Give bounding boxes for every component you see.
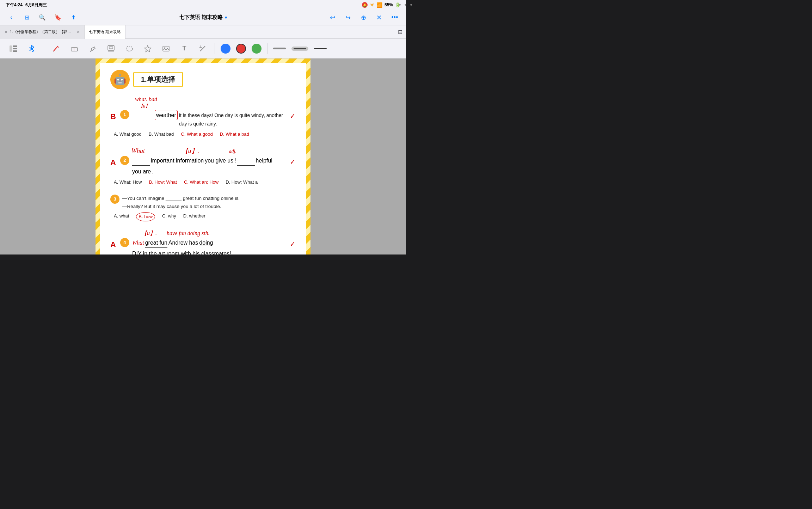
q4-answer-letter: A [110,238,116,251]
undo-button[interactable]: ↩ [327,12,338,23]
q1-opt-c: C. What a good [181,130,213,138]
layout-button[interactable]: ⊟ [398,29,402,35]
add-page-button[interactable]: ⊕ [358,12,369,23]
sidebar-toggle-button[interactable] [7,42,20,55]
star-tool[interactable] [141,42,154,55]
battery: 55% [385,2,393,7]
q1-badge: 1 [120,110,129,119]
date: 6月8日周三 [25,2,47,8]
q4-checkmark: ✓ [290,238,296,250]
toolbar: T [0,39,406,59]
q1-checkmark: ✓ [290,110,296,122]
svg-line-5 [58,46,59,48]
text-tool[interactable]: T [178,42,191,55]
q4-great-fun: great fun [145,238,167,248]
q2-answer-letter: A [110,156,116,169]
section-title: 1.单项选择 [133,72,183,87]
line-thin[interactable] [314,48,327,49]
image-tool[interactable] [160,42,172,55]
close-button[interactable]: ✕ [374,12,385,23]
svg-line-9 [90,51,91,52]
q1-options: A. What good B. What bad C. What a good … [114,130,296,138]
q4-doing: doing [199,238,213,247]
question-3: 3 —You can't imagine ______ great fun ch… [110,195,296,221]
q4-what: What [132,238,144,247]
tab-bar: ✕ 1.《传播学教程》（第二版）【郭庆光】 ✕ 七下英语 期末攻略 ⊟ [0,25,406,39]
redo-button[interactable]: ↪ [343,12,354,23]
mascot-image: 🤖 [110,70,130,89]
brightness-icon: ☀ [370,2,374,8]
svg-line-6 [53,51,54,52]
q2-text-1: important information [151,156,204,165]
color-red[interactable] [236,44,246,54]
line-medium[interactable] [291,47,308,51]
question-4: A 4 What great fun Andrew has doing DIY … [110,238,296,255]
q3-opt-b-circled: B. how [136,212,155,221]
q1-weather-circled: weather [155,110,178,120]
svg-point-13 [126,46,133,51]
q2-end: you are [132,167,151,176]
q1-opt-a: A. What good [114,130,142,138]
tab-1[interactable]: ✕ 1.《传播学教程》（第二版）【郭庆光】 ✕ [0,25,85,39]
section-header: 🤖 1.单项选择 [110,70,296,89]
q3-badge: 3 [110,195,119,204]
q3-opt-d: D. whether [183,212,205,221]
time: 下午4:24 [6,2,23,8]
q3-options: A. what B. how C. why D. whether [114,212,296,221]
svg-rect-0 [10,45,12,52]
q2-checkmark: ✓ [290,156,296,168]
pen-tool[interactable] [50,42,62,55]
document-title: 七下英语 期末攻略 [179,14,223,21]
q1-answer-letter: B [110,110,116,123]
svg-rect-10 [108,45,114,50]
svg-line-4 [54,46,58,51]
share-button[interactable]: ⬆ [68,12,79,23]
color-green[interactable] [252,44,262,54]
title-bar: ‹ ⊞ 🔍 🔖 ⬆ 七下英语 期末攻略 ▾ ↩ ↪ ⊕ ✕ ••• [0,10,406,25]
q2-opt-c: C. What an; How [184,178,219,186]
q1-blank [132,110,153,120]
q3-opt-a: A. what [114,212,129,221]
q2-badge: 2 [120,156,129,165]
svg-line-17 [200,46,205,51]
stamp-tool[interactable] [105,42,117,55]
eraser-tool[interactable] [68,42,81,55]
status-bar: 下午4:24 6月8日周三 • • • 🔔 ☀ 📶 55% 🔋 [0,0,406,10]
three-dots: • • • [399,2,406,8]
tab-close-1[interactable]: ✕ [4,30,8,35]
q2-mid: you give us [205,156,233,165]
magic-tool[interactable] [196,42,209,55]
handwritten-note-1: what. bad 【u】 [135,96,296,109]
q2-opt-a: A. What; How [114,178,142,186]
main-content: 🤖 1.单项选择 what. bad 【u】 B 1 weath [0,59,406,255]
svg-rect-2 [13,48,17,49]
grid-view-button[interactable]: ⊞ [21,12,32,23]
svg-line-20 [201,47,202,48]
back-button[interactable]: ‹ [6,12,17,23]
q4-badge: 4 [120,238,129,247]
search-button[interactable]: 🔍 [37,12,48,23]
dropdown-icon[interactable]: ▾ [225,15,227,20]
handwritten-note-3: 【u】. have fun doing sth. [124,230,296,237]
q2-opt-b: B. How; What [149,178,177,186]
q1-text: it is these days! One day is quite windy… [179,111,287,128]
bookmark-button[interactable]: 🔖 [52,12,63,23]
line-thick[interactable] [273,48,286,49]
q2-options: A. What; How B. How; What C. What an; Ho… [114,178,296,186]
q3-line2: —Really? But it may cause you a lot of t… [122,203,296,211]
question-2: A 2 important information you give us! h… [110,156,296,186]
tab-label-2: 七下英语 期末攻略 [89,29,121,35]
color-blue[interactable] [221,44,230,54]
svg-rect-3 [13,50,17,52]
dnd-icon: 🔔 [362,2,368,8]
svg-rect-7 [71,48,78,51]
tab-close-x-1[interactable]: ✕ [76,30,80,35]
lasso-tool[interactable] [123,42,136,55]
q1-opt-b: B. What bad [149,130,174,138]
q3-opt-c: C. why [162,212,176,221]
more-button[interactable]: ••• [389,12,400,23]
tab-2[interactable]: 七下英语 期末攻略 [85,25,125,39]
highlighter-tool[interactable] [86,42,99,55]
handwritten-note-2: What 【u】. adj. [131,147,296,155]
bluetooth-tool[interactable] [25,42,38,55]
